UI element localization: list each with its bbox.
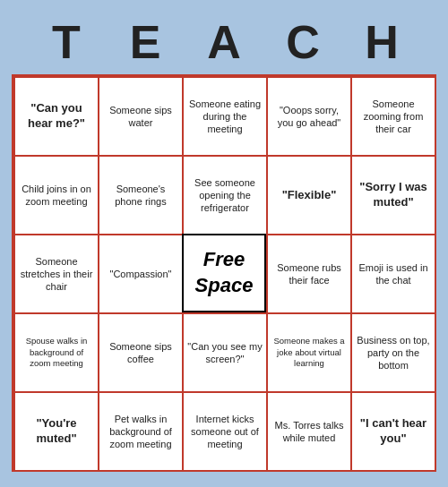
bingo-cell: Ms. Torres talks while muted [266, 391, 350, 470]
bingo-cell: Spouse walks in background of zoom meeti… [13, 312, 98, 391]
bingo-cell: FreeSpace [182, 234, 266, 312]
bingo-cell: Internet kicks someone out of meeting [182, 391, 266, 470]
bingo-cell: Someone sips water [98, 76, 182, 155]
bingo-cell: See someone opening the refrigerator [182, 155, 266, 234]
bingo-grid: "Can you hear me?"Someone sips waterSome… [12, 74, 436, 472]
bingo-card: TEACH "Can you hear me?"Someone sips wat… [4, 8, 444, 479]
bingo-cell: "I can't hear you" [350, 391, 435, 470]
title-letter: H [342, 15, 421, 69]
bingo-cell: Emoji is used in the chat [350, 234, 435, 312]
bingo-cell: Someone zooming from their car [350, 76, 435, 155]
title-letter: A [185, 15, 263, 69]
title-letter: E [106, 15, 185, 69]
bingo-cell: "Can you hear me?" [13, 76, 98, 155]
bingo-cell: Child joins in on zoom meeting [13, 155, 98, 234]
bingo-cell: Someone eating during the meeting [182, 76, 266, 155]
bingo-cell: "Can you see my screen?" [182, 312, 266, 391]
bingo-cell: Someone makes a joke about virtual learn… [266, 312, 350, 391]
title-letter: T [27, 15, 106, 69]
bingo-cell: "Ooops sorry, you go ahead" [266, 76, 350, 155]
bingo-title: TEACH [12, 15, 436, 69]
bingo-cell: Business on top, party on the bottom [350, 312, 435, 391]
bingo-cell: Someone's phone rings [98, 155, 182, 234]
bingo-cell: Pet walks in background of zoom meeting [98, 391, 182, 470]
bingo-cell: Someone stretches in their chair [13, 234, 98, 312]
title-letter: C [263, 15, 342, 69]
bingo-cell: "Compassion" [98, 234, 182, 312]
bingo-cell: "Sorry I was muted" [350, 155, 435, 234]
bingo-cell: "You're muted" [13, 391, 98, 470]
bingo-cell: Someone rubs their face [266, 234, 350, 312]
bingo-cell: "Flexible" [266, 155, 350, 234]
bingo-cell: Someone sips coffee [98, 312, 182, 391]
